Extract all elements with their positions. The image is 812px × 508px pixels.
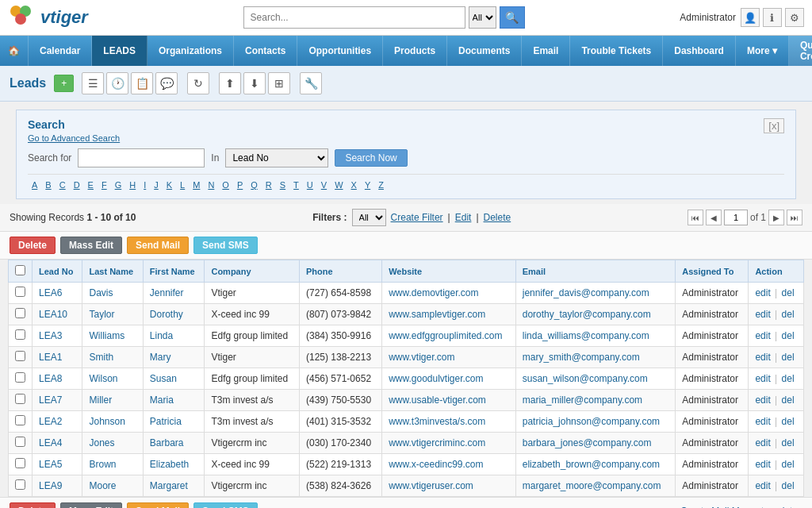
first-name-link-6[interactable]: Patricia (150, 416, 182, 427)
del-link-8[interactable]: del (782, 459, 795, 470)
nav-trouble-tickets[interactable]: Trouble Tickets (570, 36, 663, 66)
refresh-button[interactable]: ↻ (187, 72, 209, 94)
website-link-5[interactable]: www.usable-vtiger.com (389, 394, 486, 406)
delete-button-bottom[interactable]: Delete (10, 502, 56, 508)
th-company[interactable]: Company (205, 260, 300, 283)
last-name-link-5[interactable]: Miller (89, 394, 112, 406)
alpha-k[interactable]: K (163, 179, 176, 190)
alpha-q[interactable]: Q (247, 179, 262, 190)
email-link-5[interactable]: maria_miller@company.com (523, 394, 642, 406)
th-email[interactable]: Email (515, 260, 676, 283)
last-name-link-3[interactable]: Smith (89, 352, 113, 363)
last-name-link-9[interactable]: Moore (89, 480, 116, 491)
edit-link-5[interactable]: edit (755, 394, 770, 406)
nav-leads[interactable]: LEADS (92, 36, 147, 66)
row-checkbox-1[interactable] (15, 308, 25, 318)
del-link-2[interactable]: del (782, 330, 795, 341)
edit-link-7[interactable]: edit (755, 437, 770, 448)
nav-email[interactable]: Email (522, 36, 570, 66)
last-name-link-4[interactable]: Wilson (89, 373, 117, 384)
lead-no-link-2[interactable]: LEA3 (39, 330, 62, 341)
alpha-p[interactable]: P (233, 179, 247, 190)
pag-last[interactable]: ⏭ (787, 210, 802, 225)
row-checkbox-2[interactable] (15, 329, 25, 340)
send-mail-button-top[interactable]: Send Mail (127, 237, 189, 254)
delete-button-top[interactable]: Delete (10, 237, 56, 254)
alpha-o[interactable]: O (218, 179, 233, 190)
edit-link-9[interactable]: edit (755, 480, 770, 491)
nav-opportunities[interactable]: Opportunities (297, 36, 383, 66)
website-link-4[interactable]: www.goodulvtiger.com (389, 373, 483, 384)
first-name-link-3[interactable]: Mary (150, 352, 171, 363)
lead-no-link-1[interactable]: LEA10 (39, 309, 67, 320)
comment-button[interactable]: 💬 (155, 72, 178, 94)
website-link-3[interactable]: www.vtiger.com (389, 352, 454, 363)
alpha-a[interactable]: A (28, 179, 41, 190)
clock-button[interactable]: 🕐 (106, 72, 128, 94)
email-link-7[interactable]: barbara_jones@company.com (523, 437, 652, 448)
last-name-link-2[interactable]: Williams (89, 330, 124, 341)
lead-no-link-8[interactable]: LEA5 (39, 459, 62, 470)
nav-contacts[interactable]: Contacts (234, 36, 297, 66)
pag-next[interactable]: ▶ (768, 210, 784, 225)
first-name-link-2[interactable]: Linda (150, 330, 173, 341)
first-name-link-4[interactable]: Susan (150, 373, 177, 384)
mass-edit-button-top[interactable]: Mass Edit (60, 237, 122, 254)
lead-no-link-0[interactable]: LEA6 (39, 287, 62, 298)
mass-edit-button-bottom[interactable]: Mass Edit (60, 502, 122, 508)
last-name-link-0[interactable]: Davis (89, 287, 113, 298)
last-name-link-1[interactable]: Taylor (89, 309, 114, 320)
send-mail-button-bottom[interactable]: Send Mail (127, 502, 189, 508)
email-link-9[interactable]: margaret_moore@company.com (523, 480, 661, 491)
del-link-7[interactable]: del (782, 437, 795, 448)
nav-organizations[interactable]: Organizations (147, 36, 234, 66)
alpha-r[interactable]: R (262, 179, 276, 190)
website-link-1[interactable]: www.samplevtiger.com (389, 309, 485, 320)
list-view-button[interactable]: ☰ (82, 72, 104, 94)
first-name-link-1[interactable]: Dorothy (150, 309, 183, 320)
first-name-link-8[interactable]: Elizabeth (150, 459, 189, 470)
last-name-link-6[interactable]: Johnson (89, 416, 124, 427)
website-link-6[interactable]: www.t3minvesta/s.com (389, 416, 485, 427)
del-link-4[interactable]: del (782, 373, 795, 384)
del-link-1[interactable]: del (782, 309, 795, 320)
alpha-l[interactable]: L (176, 179, 189, 190)
th-last-name[interactable]: Last Name (82, 260, 143, 283)
lead-no-link-3[interactable]: LEA1 (39, 352, 62, 363)
global-search-button[interactable]: 🔍 (500, 6, 525, 29)
del-link-0[interactable]: del (782, 287, 795, 298)
website-link-9[interactable]: www.vtigeruser.com (389, 480, 473, 491)
edit-filter-link[interactable]: Edit (455, 212, 472, 223)
first-name-link-7[interactable]: Barbara (150, 437, 184, 448)
nav-quick-create[interactable]: Quick Create... ▾ (789, 36, 812, 66)
email-link-6[interactable]: patricia_johnson@company.com (523, 416, 660, 427)
alpha-t[interactable]: T (289, 179, 303, 190)
alpha-c[interactable]: C (56, 179, 70, 190)
lead-no-link-6[interactable]: LEA2 (39, 416, 62, 427)
search-now-button[interactable]: Search Now (335, 149, 407, 167)
th-website[interactable]: Website (382, 260, 516, 283)
search-panel-close[interactable]: [x] (764, 118, 784, 133)
lead-no-link-5[interactable]: LEA7 (39, 394, 62, 406)
edit-link-0[interactable]: edit (755, 287, 770, 298)
th-phone[interactable]: Phone (300, 260, 382, 283)
edit-link-4[interactable]: edit (755, 373, 770, 384)
lead-no-link-7[interactable]: LEA4 (39, 437, 62, 448)
row-checkbox-5[interactable] (15, 394, 25, 404)
alpha-b[interactable]: B (41, 179, 55, 190)
alpha-s[interactable]: S (276, 179, 289, 190)
pag-first[interactable]: ⏮ (688, 210, 703, 225)
row-checkbox-4[interactable] (15, 372, 25, 383)
alpha-u[interactable]: U (303, 179, 317, 190)
download-button[interactable]: ⬇ (243, 72, 266, 94)
alpha-h[interactable]: H (125, 179, 140, 190)
user-profile-button[interactable]: 👤 (741, 8, 760, 27)
settings-button[interactable]: ⚙ (785, 8, 804, 27)
th-assigned-to[interactable]: Assigned To (676, 260, 749, 283)
help-button[interactable]: ℹ (763, 8, 782, 27)
pag-current-page[interactable] (724, 210, 748, 225)
tools-button[interactable]: 🔧 (300, 72, 322, 94)
lead-no-link-9[interactable]: LEA9 (39, 480, 62, 491)
edit-link-2[interactable]: edit (755, 330, 770, 341)
filter-select[interactable]: All (352, 209, 386, 226)
